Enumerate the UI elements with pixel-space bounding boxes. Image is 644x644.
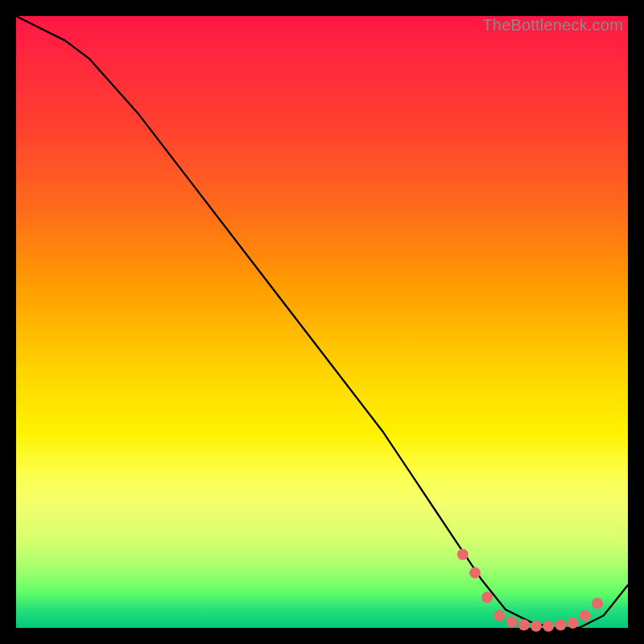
curve-svg [16, 16, 628, 628]
chart-frame: TheBottleneck.com [0, 0, 644, 644]
data-marker [481, 592, 493, 603]
data-marker [506, 616, 518, 627]
data-marker [580, 610, 591, 621]
data-marker [457, 549, 469, 560]
bottleneck-curve [16, 16, 628, 628]
data-marker [469, 568, 481, 579]
data-marker [555, 619, 566, 630]
data-marker [543, 621, 554, 632]
plot-area: TheBottleneck.com [16, 16, 628, 628]
data-marker [530, 621, 542, 632]
data-marker [518, 619, 530, 630]
data-marker [568, 617, 579, 629]
data-marker [493, 610, 505, 621]
data-marker [592, 598, 603, 609]
curve-markers [457, 549, 603, 632]
